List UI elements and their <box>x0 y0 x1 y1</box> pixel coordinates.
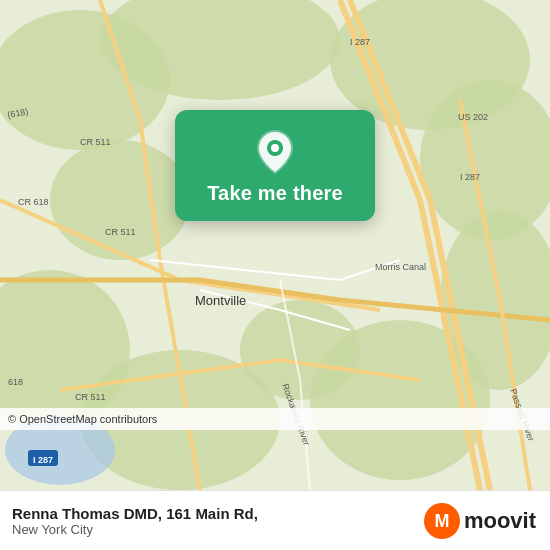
take-me-there-button[interactable]: Take me there <box>207 182 343 205</box>
svg-text:CR 511: CR 511 <box>105 227 136 237</box>
place-info: Renna Thomas DMD, 161 Main Rd, New York … <box>12 505 258 537</box>
location-pin-icon <box>255 128 295 176</box>
svg-text:618: 618 <box>8 377 23 387</box>
svg-text:I 287: I 287 <box>33 455 53 465</box>
osm-attribution: © OpenStreetMap contributors <box>8 413 157 425</box>
svg-point-10 <box>50 140 190 260</box>
map-container: (618) CR 618 CR 511 CR 511 CR 511 618 I … <box>0 0 550 490</box>
moovit-logo: M moovit <box>424 503 536 539</box>
svg-text:M: M <box>434 511 449 531</box>
place-name: Renna Thomas DMD, 161 Main Rd, <box>12 505 258 522</box>
place-city: New York City <box>12 522 258 537</box>
svg-point-28 <box>271 144 279 152</box>
svg-text:Montville: Montville <box>195 293 246 308</box>
moovit-icon: M <box>424 503 460 539</box>
svg-text:I 287: I 287 <box>460 172 480 182</box>
svg-text:I 287: I 287 <box>350 37 370 47</box>
bottom-bar: Renna Thomas DMD, 161 Main Rd, New York … <box>0 490 550 550</box>
svg-text:CR 618: CR 618 <box>18 197 49 207</box>
svg-text:CR 511: CR 511 <box>75 392 106 402</box>
svg-text:US 202: US 202 <box>458 112 488 122</box>
location-card[interactable]: Take me there <box>175 110 375 221</box>
moovit-text: moovit <box>464 508 536 534</box>
svg-text:CR 511: CR 511 <box>80 137 111 147</box>
svg-text:Morris Canal: Morris Canal <box>375 262 426 272</box>
attribution-bar: © OpenStreetMap contributors <box>0 408 550 430</box>
